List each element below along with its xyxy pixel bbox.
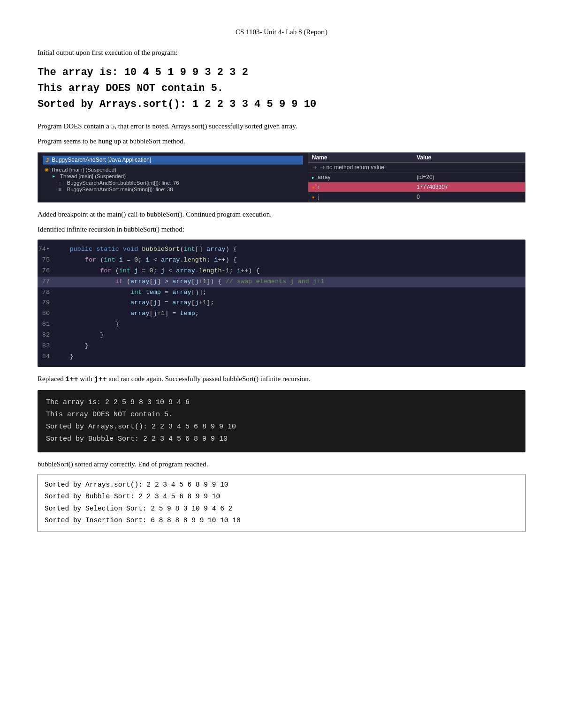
dot-icon: ◉ xyxy=(45,167,49,172)
line-num-84: 84 xyxy=(38,352,54,362)
debugger-screenshot: J BuggySearchAndSort [Java Application] … xyxy=(38,152,525,203)
second-output-line-1: The array is: 2 2 5 9 8 3 10 9 4 6 xyxy=(46,397,517,409)
debug-name-0: ⇒ ⇒ no method return value xyxy=(312,164,417,171)
debug-row-1: ▸ array (id=20) xyxy=(308,173,525,182)
line-content-82: } xyxy=(54,330,525,341)
para6: bubbleSort() sorted array correctly. End… xyxy=(38,459,525,470)
line-content-83: } xyxy=(54,341,525,352)
col-val-header: Value xyxy=(417,154,521,161)
para5-text2: with xyxy=(78,375,94,383)
debug-val-2: 1777403307 xyxy=(417,184,521,190)
line-content-81: } xyxy=(54,319,525,330)
debug-row-2: ● i 1777403307 xyxy=(308,182,525,192)
second-output-line-2: This array DOES NOT contain 5. xyxy=(46,409,517,421)
second-output-block: The array is: 2 2 5 9 8 3 10 9 4 6 This … xyxy=(38,390,525,452)
debugger-right-panel: Name Value ⇒ ⇒ no method return value ▸ … xyxy=(308,153,525,202)
line-content-78: int temp = array[j]; xyxy=(54,287,525,298)
para5-bold1: i++ xyxy=(66,375,78,383)
line-num-78: 78 xyxy=(38,287,54,298)
line-content-74: public static void bubbleSort(int[] arra… xyxy=(54,244,525,255)
para5: Replaced i++ with j++ and ran code again… xyxy=(38,374,525,385)
line-content-75: for (int i = 0; i < array.length; i++) { xyxy=(54,255,525,266)
debugger-title-bar: J BuggySearchAndSort [Java Application] xyxy=(43,156,303,165)
line-num-81: 81 xyxy=(38,319,54,330)
var-dot-icon-i: ● xyxy=(312,185,315,190)
java-icon: J xyxy=(46,157,49,164)
code-line-74: 74• public static void bubbleSort(int[] … xyxy=(38,244,525,255)
debug-name-1: ▸ array xyxy=(312,174,417,180)
array-expand-icon: ▸ xyxy=(312,175,314,180)
stack-label-thread: Thread [main] (Suspended) xyxy=(60,173,126,179)
third-output-line-1: Sorted by Arrays.sort(): 2 2 3 4 5 6 8 9… xyxy=(45,479,518,491)
eq-icon-2: ≡ xyxy=(59,187,62,192)
intro-label: Initial output upon first execution of t… xyxy=(38,47,525,58)
debugger-title: BuggySearchAndSort [Java Application] xyxy=(52,157,151,163)
para5-text3: and ran code again. Successfully passed … xyxy=(107,375,311,383)
first-output-line-3: Sorted by Arrays.sort(): 1 2 2 3 3 4 5 9… xyxy=(38,97,525,113)
arrow-icon: ▸ xyxy=(53,173,55,179)
debug-name-3: ● j xyxy=(312,194,417,200)
line-content-80: array[j+1] = temp; xyxy=(54,308,525,319)
para1: Program DOES contain a 5, that error is … xyxy=(38,121,525,132)
first-output-line-2: This array DOES NOT contain 5. xyxy=(38,81,525,97)
debugger-header-row: Name Value xyxy=(308,153,525,163)
code-line-82: 82 } xyxy=(38,330,525,341)
third-output-line-3: Sorted by Selection Sort: 2 5 9 8 3 10 9… xyxy=(45,503,518,515)
second-output-line-4: Sorted by Bubble Sort: 2 2 3 4 5 6 8 9 9… xyxy=(46,433,517,445)
stack-item-thread: ▸ Thread [main] (Suspended) xyxy=(43,173,303,180)
code-line-83: 83 } xyxy=(38,341,525,352)
line-num-82: 82 xyxy=(38,330,54,341)
debug-row-3: ● j 0 xyxy=(308,192,525,202)
para5-text1: Replaced xyxy=(38,375,66,383)
stack-item-1: ≡ BuggySearchAndSort.bubbleSort(int[]): … xyxy=(43,180,303,186)
code-line-76: 76 for (int j = 0; j < array.length-1; i… xyxy=(38,266,525,277)
first-output-line-1: The array is: 10 4 5 1 9 9 3 2 3 2 xyxy=(38,65,525,81)
para2: Program seems to be hung up at bubbleSor… xyxy=(38,136,525,147)
code-line-81: 81 } xyxy=(38,319,525,330)
line-num-76: 76 xyxy=(38,266,54,277)
code-line-80: 80 array[j+1] = temp; xyxy=(38,308,525,319)
code-block: 74• public static void bubbleSort(int[] … xyxy=(38,240,525,367)
line-num-80: 80 xyxy=(38,308,54,319)
third-output-line-4: Sorted by Insertion Sort: 6 8 8 8 8 9 9 … xyxy=(45,515,518,526)
para5-bold2: j++ xyxy=(94,375,107,383)
stack-label-1: BuggySearchAndSort.bubbleSort(int[]): li… xyxy=(67,180,179,186)
stack-label-2: BuggySearchAndSort.main(String[]): line:… xyxy=(67,187,173,192)
stack-item-0: ◉ Thread [main] (Suspended) xyxy=(43,166,303,173)
third-output-block: Sorted by Arrays.sort(): 2 2 3 4 5 6 8 9… xyxy=(38,474,525,532)
line-content-77: if (array[j] > array[j+1]) { // swap ele… xyxy=(54,277,525,287)
var-dot-icon-j: ● xyxy=(312,195,315,200)
col-name-header: Name xyxy=(312,154,417,161)
code-line-79: 79 array[j] = array[j+1]; xyxy=(38,298,525,308)
stack-item-2: ≡ BuggySearchAndSort.main(String[]): lin… xyxy=(43,186,303,193)
code-line-84: 84 } xyxy=(38,352,525,362)
debug-val-3: 0 xyxy=(417,194,521,200)
debug-name-2: ● i xyxy=(312,184,417,190)
line-num-83: 83 xyxy=(38,341,54,352)
line-content-84: } xyxy=(54,352,525,362)
line-num-75: 75 xyxy=(38,255,54,266)
code-line-75: 75 for (int i = 0; i < array.length; i++… xyxy=(38,255,525,266)
page-title: CS 1103- Unit 4- Lab 8 (Report) xyxy=(38,28,525,36)
code-line-77: 77 if (array[j] > array[j+1]) { // swap … xyxy=(38,277,525,287)
debug-row-0: ⇒ ⇒ no method return value xyxy=(308,163,525,173)
second-output-line-3: Sorted by Arrays.sort(): 2 2 3 4 5 6 8 9… xyxy=(46,421,517,433)
line-content-76: for (int j = 0; j < array.length-1; i++)… xyxy=(54,266,525,277)
stack-label-0: Thread [main] (Suspended) xyxy=(51,167,116,173)
line-content-79: array[j] = array[j+1]; xyxy=(54,298,525,308)
debug-val-1: (id=20) xyxy=(417,174,521,180)
return-icon: ⇒ xyxy=(312,164,317,171)
line-num-79: 79 xyxy=(38,298,54,308)
first-output-block: The array is: 10 4 5 1 9 9 3 2 3 2 This … xyxy=(38,65,525,113)
eq-icon-1: ≡ xyxy=(59,180,62,186)
line-num-74: 74• xyxy=(38,244,54,255)
third-output-line-2: Sorted by Bubble Sort: 2 2 3 4 5 6 8 9 9… xyxy=(45,491,518,503)
line-num-77: 77 xyxy=(38,277,54,287)
code-line-78: 78 int temp = array[j]; xyxy=(38,287,525,298)
para3: Added breakpoint at the main() call to b… xyxy=(38,209,525,220)
para4: Identified infinite recursion in bubbleS… xyxy=(38,224,525,235)
debugger-left-panel: J BuggySearchAndSort [Java Application] … xyxy=(38,153,308,202)
